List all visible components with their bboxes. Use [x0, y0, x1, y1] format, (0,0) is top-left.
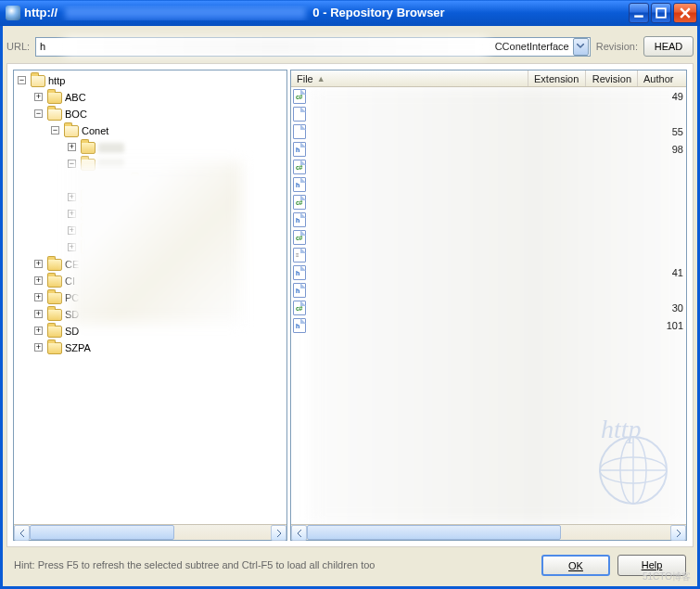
list-item[interactable]: h: [291, 175, 686, 193]
col-file[interactable]: File ▲: [291, 70, 528, 86]
head-button[interactable]: HEAD: [643, 36, 694, 57]
folder-icon: [47, 109, 62, 121]
expand-icon[interactable]: +: [34, 327, 43, 335]
tree-label: SD: [65, 326, 79, 337]
list-item[interactable]: ≡: [291, 246, 686, 263]
expand-icon[interactable]: +: [34, 260, 43, 268]
col-revision[interactable]: Revision: [586, 70, 638, 86]
scroll-right-button[interactable]: [670, 525, 686, 541]
file-type-icon: h: [293, 142, 306, 157]
tree-label: ABC: [65, 92, 86, 103]
expand-icon[interactable]: +: [34, 276, 43, 285]
tree-row[interactable]: −BOC: [14, 106, 286, 122]
scroll-right-button[interactable]: [271, 525, 286, 541]
revision-value: 55: [672, 126, 683, 137]
file-type-icon: c#: [293, 160, 306, 174]
tree-label: SZPA: [65, 342, 91, 353]
list-item[interactable]: h41: [291, 263, 686, 281]
scroll-thumb[interactable]: [30, 525, 174, 540]
url-visible-end: CConetInterface: [495, 41, 569, 52]
expand-icon[interactable]: +: [34, 343, 43, 352]
scroll-track[interactable]: [307, 525, 670, 540]
list-item[interactable]: c#: [291, 193, 686, 211]
expand-icon[interactable]: +: [34, 293, 43, 301]
revision-label: Revision:: [596, 41, 638, 52]
file-type-icon: h: [293, 283, 306, 298]
tree-label: BOC: [65, 109, 87, 120]
expand-icon[interactable]: +: [34, 310, 43, 318]
tree-row[interactable]: +ABC: [14, 89, 286, 106]
chevron-down-icon: [577, 44, 584, 49]
tree-label: [98, 143, 124, 153]
folder-icon: [64, 125, 79, 137]
scroll-track[interactable]: [30, 525, 271, 540]
collapse-icon[interactable]: −: [51, 126, 59, 134]
col-author[interactable]: Author: [638, 70, 686, 86]
collapse-icon[interactable]: −: [34, 109, 43, 118]
tree-row[interactable]: −Conet: [14, 122, 286, 139]
list-item[interactable]: 55: [291, 122, 686, 140]
list-item[interactable]: c#: [291, 228, 686, 246]
title-bar: http:// 0 - Repository Browser: [0, 0, 700, 26]
list-item[interactable]: c#: [291, 158, 686, 175]
collapse-icon[interactable]: −: [18, 76, 26, 84]
folder-open-icon: [31, 75, 45, 87]
footer: Hint: Press F5 to refresh the selected s…: [6, 547, 694, 583]
url-visible-start: h: [36, 41, 45, 52]
list-item[interactable]: c#30: [291, 299, 686, 316]
tree-pane: − http +ABC−BOC−Conet+−netInterface+++++…: [13, 70, 287, 541]
folder-icon: [47, 309, 62, 321]
file-type-icon: [293, 107, 306, 122]
file-type-icon: h: [293, 177, 306, 192]
tree-root-label: http: [48, 75, 65, 86]
file-type-icon: c#: [293, 301, 306, 315]
scroll-left-button[interactable]: [14, 525, 30, 541]
list-item[interactable]: c#49: [291, 87, 686, 105]
expand-icon[interactable]: +: [68, 143, 76, 151]
file-type-icon: c#: [293, 230, 306, 245]
list-hscrollbar[interactable]: [291, 524, 686, 540]
file-type-icon: h: [293, 318, 306, 333]
folder-icon: [47, 292, 62, 304]
maximize-button[interactable]: [651, 3, 671, 23]
panes: − http +ABC−BOC−Conet+−netInterface+++++…: [6, 63, 694, 547]
file-type-icon: [293, 124, 306, 139]
window-frame: URL: h CConetInterface Revision: HEAD − …: [0, 26, 700, 589]
list-item[interactable]: h101: [291, 316, 686, 334]
folder-icon: [47, 92, 62, 104]
window-title: http:// 0 - Repository Browser: [24, 6, 629, 20]
list-item[interactable]: [291, 105, 686, 122]
tree-row[interactable]: +: [14, 139, 286, 156]
col-file-label: File: [297, 73, 313, 84]
revision-value: 41: [672, 267, 683, 278]
folder-icon: [47, 326, 62, 338]
tree-hscrollbar[interactable]: [14, 524, 286, 540]
hint-text: Hint: Press F5 to refresh the selected s…: [14, 558, 534, 571]
url-combo[interactable]: h CConetInterface: [35, 37, 591, 57]
list-header: File ▲ Extension Revision Author: [291, 70, 686, 87]
close-button[interactable]: [673, 3, 697, 23]
tree-row[interactable]: +SD: [14, 323, 286, 339]
tree-row[interactable]: +SZPA: [14, 339, 286, 356]
ok-button[interactable]: OK: [541, 555, 610, 576]
expand-icon[interactable]: +: [34, 93, 43, 101]
file-list-body[interactable]: c#4955h98c#hc#hc#≡h41hc#30h101 http: [291, 87, 686, 524]
revision-value: 101: [667, 320, 683, 331]
svg-rect-0: [634, 15, 643, 17]
scroll-left-button[interactable]: [291, 525, 307, 541]
revision-value: 30: [672, 302, 683, 314]
list-item[interactable]: h: [291, 281, 686, 299]
list-item[interactable]: h98: [291, 140, 686, 158]
watermark-credit: 51CTO博客: [643, 570, 691, 583]
tree-row-root[interactable]: − http: [14, 72, 286, 89]
title-blurred-region: [65, 7, 306, 20]
minimize-button[interactable]: [629, 3, 649, 23]
url-row: URL: h CConetInterface Revision: HEAD: [6, 35, 694, 58]
url-dropdown-button[interactable]: [573, 38, 589, 56]
file-type-icon: h: [293, 265, 306, 280]
list-item[interactable]: h: [291, 211, 686, 228]
folder-icon: [47, 259, 62, 271]
col-extension[interactable]: Extension: [528, 70, 586, 86]
scroll-thumb[interactable]: [307, 525, 561, 540]
file-type-icon: c#: [293, 195, 306, 210]
